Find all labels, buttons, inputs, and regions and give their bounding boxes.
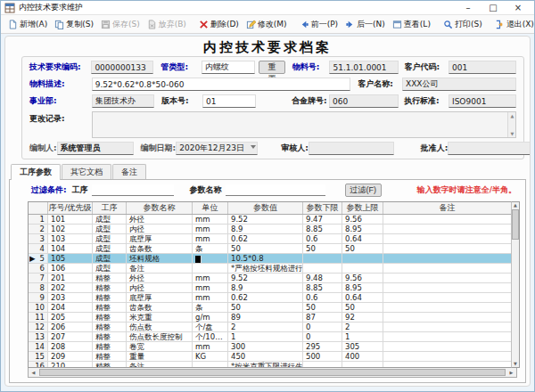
vertical-scrollbar[interactable]: ▲ ▼ [511,201,520,368]
minimize-button[interactable]: – [456,2,481,14]
cell-value: 8.9 [228,283,303,292]
reviewer-field[interactable] [309,142,394,155]
cell-note [383,332,511,341]
customer-name-field[interactable] [402,78,516,91]
hscroll-thumb[interactable] [39,369,506,376]
header-seq[interactable]: 序号/优先级 [48,202,93,214]
grid-row[interactable]: 13207精整伤点数长度控制个/10…101 [29,332,511,342]
cell-row-number: 8 [29,283,48,292]
date-field[interactable] [176,142,258,155]
delete-button[interactable]: 删除(D) [195,18,243,31]
grid-row[interactable]: 15209精整重量KG450500400 [29,352,511,362]
reset-button[interactable]: 重置 [259,61,285,74]
cell-unit: mm [193,234,228,243]
cell-unit: 个/10… [193,332,228,341]
filter-button[interactable]: 过滤(F) [345,184,383,197]
cell-process: 成型 [93,215,127,224]
cell-seq: 105 [48,254,93,263]
vscroll-thumb[interactable] [512,209,519,240]
print-button[interactable]: 打印(S) [440,18,486,31]
standard-field[interactable] [449,94,516,108]
grid-row[interactable]: 8202精整内径mm8.98.858.95 [29,283,511,293]
tab-remarks[interactable]: 备注 [112,164,146,179]
header-upper-limit[interactable]: 参数上限 [342,202,383,214]
cell-upper-limit: 9.56 [342,274,383,282]
change-record-textarea[interactable]: ▲ ▼ [92,111,516,138]
grid-row[interactable]: 5▶105成型坯料规格10.5*0.8 [29,254,511,264]
header-value[interactable]: 参数值 [228,202,303,214]
cell-seq: 102 [48,225,93,233]
grid-row[interactable]: 6106成型备注*严格按坯料规格进行上料。 [29,264,511,274]
grid-row[interactable]: 10204精整齿条数条505050 [29,303,511,313]
cell-row-number: 15 [29,352,48,361]
scroll-up-icon[interactable]: ▲ [508,113,516,118]
cell-value: *按米克重下限进行生产 [228,362,303,367]
tube-type-field[interactable] [202,61,255,74]
customer-code-field[interactable] [449,61,516,74]
cell-note [383,303,511,312]
chevron-down-icon[interactable] [251,145,256,149]
copy-button[interactable]: 复制(S) [51,18,97,31]
cell-unit: mm [193,215,228,224]
maximize-button[interactable]: □ [481,2,506,14]
alloy-field[interactable] [329,94,399,108]
titlebar: 内控技术要求维护 – □ × [1,1,534,15]
grid-row[interactable]: 1101成型外径mm9.529.479.56 [29,215,511,225]
material-no-field[interactable] [329,61,399,74]
header-unit[interactable]: 单位 [193,202,228,214]
discard-button[interactable]: 放弃(B) [144,18,190,31]
version-field[interactable] [202,94,256,108]
next-button[interactable]: 后一(N) [342,18,389,31]
scroll-down-icon[interactable]: ▼ [514,361,517,367]
filter-process-input[interactable] [92,184,174,196]
header-lower-limit[interactable]: 参数下限 [303,202,342,214]
header-note[interactable]: 备注 [383,202,511,214]
cell-upper-limit: 1 [342,332,383,341]
grid-row[interactable]: 14208精整卷宽mm300295305 [29,342,511,352]
filter-label: 过滤条件: [31,184,67,196]
tech-code-field[interactable] [91,61,153,74]
header-process[interactable]: 工序 [93,202,127,214]
cell-row-number: 11 [29,313,48,322]
view-button[interactable]: 查看(L) [389,18,434,31]
cell-row-number: 13 [29,332,48,341]
material-desc-field[interactable] [92,78,351,91]
scroll-up-icon[interactable]: ▲ [514,202,517,208]
scroll-right-icon[interactable]: ▶ [506,370,516,375]
division-field[interactable] [92,94,154,108]
textarea-scrollbar[interactable]: ▲ ▼ [507,112,515,137]
cell-seq: 207 [48,332,93,341]
grid-row[interactable]: 3103成型底壁厚mm0.620.60.64 [29,234,511,244]
cell-param-name: 外径 [127,274,193,282]
change-record-label: 更改记录: [29,111,92,125]
grid-row[interactable]: 12206精整伤点数个/盘202 [29,323,511,332]
modify-button[interactable]: 修改(M) [243,18,291,31]
scroll-down-icon[interactable]: ▼ [508,131,516,136]
exit-button[interactable]: 退出(X) [491,18,535,31]
tab-other-docs[interactable]: 其它文档 [62,164,111,179]
cell-unit [193,264,228,273]
author-label: 编制人: [29,143,57,154]
grid-row[interactable]: 11205精整米克重g/m898792 [29,313,511,323]
tab-process-params[interactable]: 工序参数 [11,164,61,180]
grid-row[interactable]: 4104成型齿条数条505050 [29,244,511,254]
grid-row[interactable]: 16210精整备注*按米克重下限进行生产 [29,362,511,367]
cell-unit: 个/盘 [193,323,228,331]
grid-row[interactable]: 9203精整底壁厚mm0.620.60.64 [29,293,511,303]
previous-button[interactable]: 前一(P) [296,18,342,31]
author-field[interactable] [57,142,134,155]
approver-field[interactable] [448,142,531,155]
cell-seq: 201 [48,274,93,282]
filter-param-input[interactable] [226,184,325,196]
grid-row[interactable]: 7201精整外径mm9.529.489.56 [29,274,511,283]
new-button[interactable]: 新增(A) [4,18,51,31]
cell-param-name: 重量 [127,352,193,361]
save-button[interactable]: 保存(S) [97,18,144,31]
scroll-left-icon[interactable]: ◀ [29,370,38,375]
horizontal-scrollbar[interactable]: ◀ ▶ [28,368,517,378]
cell-lower-limit: 500 [303,352,342,361]
close-button[interactable]: × [506,2,531,14]
header-param-name[interactable]: 参数名称 [127,202,193,214]
grid-row[interactable]: 2102成型内径mm8.98.858.95 [29,225,511,234]
cell-value: 9.52 [228,215,303,224]
